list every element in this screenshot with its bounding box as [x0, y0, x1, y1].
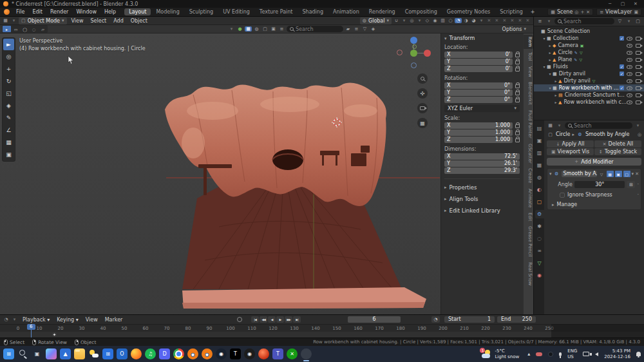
zoom-icon[interactable]	[417, 73, 428, 84]
disable-render-icon[interactable]	[636, 65, 641, 69]
hide-eye-icon[interactable]	[627, 86, 632, 90]
expand-icon[interactable]: ▸	[547, 43, 553, 48]
sidebar-tab-gscatter[interactable]: GScatter	[524, 142, 533, 166]
outliner-row[interactable]: ▸▲Row workbench with cabi	[534, 99, 644, 106]
chrome-taskbar-icon[interactable]	[173, 348, 184, 359]
tool-search-input[interactable]: Search	[287, 26, 343, 32]
viewport-menu-select[interactable]: Select	[88, 17, 110, 24]
snap-magnet-icon[interactable]: ∪	[393, 18, 400, 23]
timeline-editor-caret-icon[interactable]: ▾	[11, 317, 18, 322]
language-indicator[interactable]: ENGUS	[567, 348, 577, 359]
exclude-checkbox[interactable]: ✓	[620, 64, 624, 69]
workspace-tab-layout[interactable]: Layout	[124, 8, 151, 15]
minimize-button[interactable]: ─	[605, 1, 615, 6]
visibility-toggle-icon[interactable]: ✕	[516, 18, 524, 23]
tab-data[interactable]: ▽	[535, 259, 544, 267]
task-view-taskbar-icon[interactable]: ▣	[32, 348, 43, 359]
mirror-y-icon[interactable]: ◍	[253, 26, 260, 32]
start-taskbar-icon[interactable]: ⊞	[3, 348, 14, 359]
snap-option2-icon[interactable]: ▣	[270, 26, 277, 32]
outliner-row[interactable]: ▸▲Circle✎▽	[534, 49, 644, 56]
tab-modifiers[interactable]: ⚙	[535, 210, 544, 218]
sidebar-tab-edit[interactable]: Edit	[524, 211, 533, 224]
circle-select-mode[interactable]: ◯	[21, 26, 29, 32]
breadcrumb-modifier[interactable]: Smooth by Angle	[585, 131, 630, 137]
workspace-tab-geometry-nodes[interactable]: Geometry Nodes	[442, 8, 495, 15]
location-z-field[interactable]: Z0'	[444, 66, 513, 72]
rotation-mode-dropdown[interactable]: XYZ Euler▾	[444, 105, 520, 112]
workspace-tab-modeling[interactable]: Modeling	[151, 8, 184, 15]
orientation-dropdown[interactable]: ◍ Global ▾	[360, 17, 392, 24]
sidebar-tab-grease-pencil[interactable]: Grease Pencil	[524, 224, 533, 258]
timeline-ruler[interactable]: 0102030405060708090100110120130140150160…	[0, 324, 644, 332]
shading-material-icon[interactable]: ◑	[462, 18, 469, 23]
layers-icon[interactable]: ≡	[353, 26, 360, 32]
current-frame-field[interactable]: 6	[348, 316, 401, 323]
sidebar-tab-real-snow[interactable]: Real Snow	[524, 260, 533, 287]
transform-tool[interactable]: ◈	[3, 100, 14, 111]
expand-icon[interactable]: ▾	[542, 36, 547, 41]
shading-rendered-icon[interactable]: ◕	[470, 18, 477, 23]
workspace-tab-compositing[interactable]: Compositing	[401, 8, 442, 15]
lock-icon[interactable]	[515, 84, 520, 88]
visibility-toggle-icon[interactable]: ✕	[493, 18, 500, 23]
menu-edit[interactable]: Edit	[29, 8, 46, 15]
rotation-y-field[interactable]: Y0°	[444, 90, 513, 96]
axis-x-neg-handle[interactable]	[397, 50, 402, 55]
dimensions-x-field[interactable]: X72.5'	[444, 153, 520, 160]
visibility-toggle-icon[interactable]: ✕	[509, 18, 516, 23]
blender-taskbar-icon[interactable]	[187, 348, 198, 359]
tab-material[interactable]: ◉	[535, 271, 544, 280]
editor-type-caret-icon[interactable]: ▾	[10, 18, 17, 23]
location-x-field[interactable]: X0'	[444, 52, 513, 58]
hide-eye-icon[interactable]	[627, 44, 632, 48]
outliner-row[interactable]: ▸▲Dirty anvil▽	[534, 77, 644, 84]
search-taskbar-icon[interactable]	[17, 348, 28, 359]
proportional-caret-icon[interactable]: ▾	[416, 18, 423, 23]
transform-caret-icon[interactable]: ▾	[444, 36, 447, 41]
expand-icon[interactable]: ▸	[547, 50, 553, 55]
sidebar-tab-create[interactable]: Create	[524, 166, 533, 185]
weather-widget[interactable]: 1 -5°C Light snow	[482, 348, 519, 359]
select-box-tool[interactable]: ►	[3, 39, 14, 50]
jump-to-end-button[interactable]: ▶|	[293, 316, 301, 323]
viewport-menu-object[interactable]: Object	[128, 17, 151, 24]
apply-all-button[interactable]: ↓Apply All	[547, 140, 594, 148]
modifier-realtime-toggle[interactable]: ▦	[607, 171, 614, 177]
prev-keyframe-button[interactable]: ◀◀	[260, 316, 267, 323]
sidebar-tab-fluid-painter[interactable]: Fluid Painter	[524, 108, 533, 140]
properties-search-input[interactable]: Search	[565, 122, 632, 129]
axis-x-handle[interactable]	[424, 50, 431, 57]
outliner-row[interactable]: ▾▦Dirty anvil✓	[534, 70, 644, 77]
animate-dot-icon[interactable]: ·	[637, 182, 639, 187]
tab-scene[interactable]: ◍	[535, 173, 544, 182]
exclude-checkbox[interactable]: ✓	[620, 86, 624, 90]
maximize-button[interactable]: ▢	[618, 1, 628, 6]
lock-icon[interactable]	[515, 68, 520, 71]
paint-select-mode[interactable]: ▱	[39, 26, 47, 32]
tab-constraints[interactable]: ∞	[535, 247, 544, 255]
rotation-z-field[interactable]: Z0°	[444, 97, 513, 103]
expand-icon[interactable]: ▸	[553, 93, 558, 97]
add-cube-tool[interactable]: ▦	[3, 137, 14, 148]
lasso-select-mode[interactable]: ◌	[30, 26, 38, 32]
start-frame-field[interactable]: Start1	[444, 316, 495, 323]
modifier-editmode-toggle[interactable]: ▽	[598, 171, 605, 177]
shading-solid-icon[interactable]: ◔	[455, 18, 462, 23]
axis-z-handle[interactable]	[410, 37, 417, 44]
shading-wireframe-icon[interactable]: ○	[447, 18, 454, 23]
ignore-sharpness-checkbox[interactable]	[560, 193, 565, 198]
outliner-row[interactable]: ▦Scene Collection	[534, 28, 644, 35]
snap-caret-icon[interactable]: ▾	[401, 18, 408, 23]
visibility-toggle-icon[interactable]: ✕	[486, 18, 493, 23]
clock-widget[interactable]: 5:43 PM 2024-12-16	[604, 348, 630, 359]
shading-caret-icon[interactable]: ▾	[478, 18, 485, 23]
preview-range-icon[interactable]: ◔	[431, 316, 440, 323]
workspace-tab-scripting[interactable]: Scripting	[495, 8, 527, 15]
tray-app-icon[interactable]	[548, 352, 553, 357]
playhead[interactable]: 6	[31, 324, 32, 338]
auto-keying-icon[interactable]	[237, 317, 242, 322]
disable-render-icon[interactable]	[636, 100, 641, 104]
copilot-taskbar-icon[interactable]	[46, 348, 57, 359]
hide-eye-icon[interactable]	[627, 100, 632, 104]
